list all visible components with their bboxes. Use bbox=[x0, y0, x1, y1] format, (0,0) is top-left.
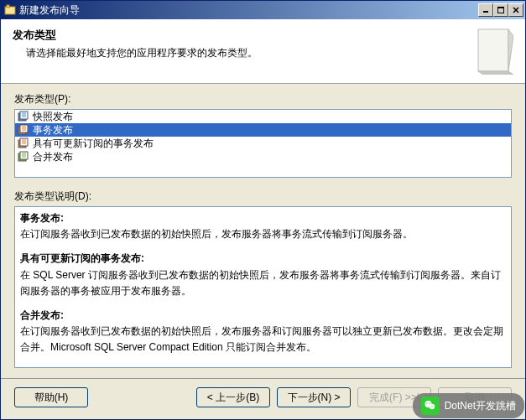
list-item-label: 快照发布 bbox=[33, 110, 73, 124]
description-label: 发布类型说明(D): bbox=[14, 189, 512, 204]
list-item-label: 事务发布 bbox=[33, 123, 73, 137]
help-button[interactable]: 帮助(H) bbox=[14, 387, 88, 407]
next-button[interactable]: 下一步(N) > bbox=[277, 387, 351, 407]
description-block-title: 事务发布: bbox=[20, 212, 64, 224]
close-button[interactable] bbox=[508, 3, 523, 17]
description-block: 具有可更新订阅的事务发布:在 SQL Server 订阅服务器收到已发布数据的初… bbox=[20, 251, 506, 299]
description-block-body: 在订阅服务器收到已发布数据的初始快照后，发布服务器和订阅服务器可以独立更新已发布… bbox=[20, 325, 503, 353]
publication-icon bbox=[18, 111, 29, 122]
description-textbox[interactable]: 事务发布:在订阅服务器收到已发布数据的初始快照后，发布服务器将事务流式传输到订阅… bbox=[14, 206, 512, 368]
header-graphic bbox=[473, 28, 513, 75]
description-block: 合并发布:在订阅服务器收到已发布数据的初始快照后，发布服务器和订阅服务器可以独立… bbox=[20, 308, 506, 356]
publication-type-label: 发布类型(P): bbox=[14, 92, 512, 106]
list-item[interactable]: 快照发布 bbox=[15, 110, 511, 123]
wizard-header: 发布类型 请选择能最好地支持您的应用程序要求的发布类型。 bbox=[1, 19, 525, 84]
minimize-button[interactable] bbox=[478, 3, 493, 17]
list-item[interactable]: 合并发布 bbox=[15, 150, 511, 163]
content-area: 发布类型(P): 快照发布事务发布具有可更新订阅的事务发布合并发布 发布类型说明… bbox=[1, 84, 525, 373]
titlebar: 新建发布向导 bbox=[1, 1, 525, 19]
back-button[interactable]: < 上一步(B) bbox=[196, 387, 270, 407]
header-text: 发布类型 请选择能最好地支持您的应用程序要求的发布类型。 bbox=[13, 28, 465, 60]
list-item[interactable]: 具有可更新订阅的事务发布 bbox=[15, 137, 511, 150]
svg-rect-1 bbox=[7, 5, 9, 8]
app-icon bbox=[4, 4, 16, 16]
description-block-title: 合并发布: bbox=[20, 309, 64, 321]
list-item[interactable]: 事务发布 bbox=[15, 123, 511, 137]
publication-icon bbox=[18, 137, 29, 149]
svg-rect-7 bbox=[478, 29, 508, 71]
page-subtitle: 请选择能最好地支持您的应用程序要求的发布类型。 bbox=[26, 46, 465, 60]
description-block-title: 具有可更新订阅的事务发布: bbox=[20, 252, 144, 264]
description-block-body: 在 SQL Server 订阅服务器收到已发布数据的初始快照后，发布服务器将事务… bbox=[20, 269, 501, 297]
list-item-label: 具有可更新订阅的事务发布 bbox=[33, 137, 154, 151]
svg-marker-9 bbox=[478, 71, 513, 75]
finish-button: 完成(F) >>| bbox=[357, 387, 431, 407]
publication-icon bbox=[18, 124, 29, 136]
window-title: 新建发布向导 bbox=[19, 3, 478, 18]
footer: 帮助(H) < 上一步(B) 下一步(N) > 完成(F) >>| 取消 bbox=[1, 379, 525, 419]
cancel-button: 取消 bbox=[438, 387, 512, 407]
publication-type-listbox[interactable]: 快照发布事务发布具有可更新订阅的事务发布合并发布 bbox=[14, 109, 512, 178]
wizard-window: 新建发布向导 发布类型 请选择能最好地支持您的应用程序要求的发布类型。 发布类型… bbox=[0, 0, 526, 420]
svg-marker-8 bbox=[508, 29, 513, 71]
publication-icon bbox=[18, 151, 29, 163]
page-title: 发布类型 bbox=[13, 28, 465, 43]
list-item-label: 合并发布 bbox=[33, 150, 73, 164]
description-block-body: 在订阅服务器收到已发布数据的初始快照后，发布服务器将事务流式传输到订阅服务器。 bbox=[20, 228, 413, 240]
description-block: 事务发布:在订阅服务器收到已发布数据的初始快照后，发布服务器将事务流式传输到订阅… bbox=[20, 210, 506, 242]
maximize-button[interactable] bbox=[493, 3, 508, 17]
window-controls bbox=[478, 3, 523, 17]
